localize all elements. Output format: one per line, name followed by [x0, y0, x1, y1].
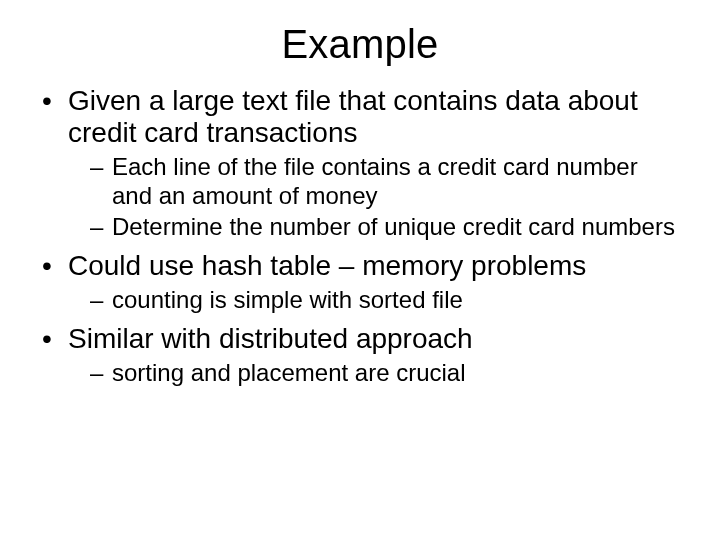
sub-bullet-item: counting is simple with sorted file — [90, 286, 682, 315]
bullet-text: Given a large text file that contains da… — [68, 85, 638, 148]
sub-bullet-item: sorting and placement are crucial — [90, 359, 682, 388]
bullet-list: Given a large text file that contains da… — [38, 85, 682, 388]
bullet-item: Similar with distributed approach sortin… — [42, 323, 682, 388]
sub-bullet-item: Determine the number of unique credit ca… — [90, 213, 682, 242]
slide-title: Example — [38, 22, 682, 67]
sub-bullet-list: sorting and placement are crucial — [68, 359, 682, 388]
bullet-text: Similar with distributed approach — [68, 323, 473, 354]
sub-bullet-list: Each line of the file contains a credit … — [68, 153, 682, 241]
bullet-item: Could use hash table – memory problems c… — [42, 250, 682, 315]
sub-bullet-text: counting is simple with sorted file — [112, 286, 463, 313]
sub-bullet-text: Determine the number of unique credit ca… — [112, 213, 675, 240]
bullet-text: Could use hash table – memory problems — [68, 250, 586, 281]
bullet-item: Given a large text file that contains da… — [42, 85, 682, 242]
sub-bullet-text: sorting and placement are crucial — [112, 359, 466, 386]
sub-bullet-list: counting is simple with sorted file — [68, 286, 682, 315]
sub-bullet-text: Each line of the file contains a credit … — [112, 153, 638, 209]
slide: Example Given a large text file that con… — [0, 0, 720, 540]
sub-bullet-item: Each line of the file contains a credit … — [90, 153, 682, 211]
